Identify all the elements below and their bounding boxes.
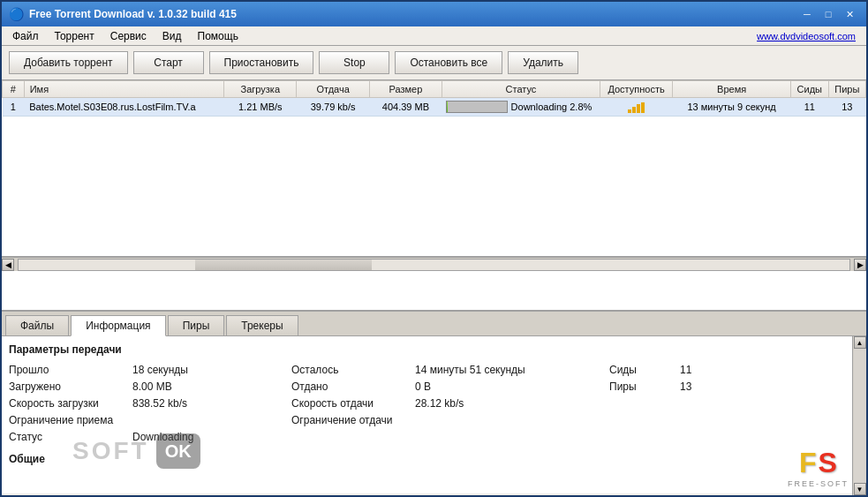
window-controls: ─ □ ✕: [797, 6, 859, 22]
value-downloaded: 8.00 MB: [132, 380, 291, 394]
toolbar: Добавить торрент Старт Приостановить Sto…: [2, 46, 866, 80]
col-seeds: Сиды: [791, 81, 829, 98]
value-empty4: [680, 430, 733, 444]
value-empty3: [415, 430, 609, 444]
row-time: 13 минуты 9 секунд: [673, 98, 791, 117]
menu-help[interactable]: Помощь: [191, 28, 245, 44]
row-download: 1.21 MB/s: [224, 98, 297, 117]
col-availability: Доступность: [600, 81, 672, 98]
col-name: Имя: [24, 81, 223, 98]
delete-button[interactable]: Удалить: [508, 51, 578, 74]
col-status: Статус: [442, 81, 600, 98]
row-seeds: 11: [791, 98, 829, 117]
scroll-track: [18, 259, 850, 271]
value-empty1: [680, 396, 733, 410]
ok-text: OK: [165, 441, 192, 462]
label-empty3: [291, 430, 415, 444]
progress-bar: [446, 101, 508, 113]
tab-files[interactable]: Файлы: [5, 315, 69, 335]
status-text: Downloading 2.8%: [511, 102, 593, 112]
label-ul-limit: Ограничение отдачи: [291, 413, 415, 427]
label-elapsed: Прошло: [9, 363, 132, 377]
info-grid: Прошло 18 секунды Осталось 14 минуты 51 …: [9, 363, 845, 444]
label-downloaded: Загружено: [9, 380, 132, 394]
col-download: Загрузка: [224, 81, 297, 98]
label-empty2: [609, 413, 680, 427]
menu-items: Файл Торрент Сервис Вид Помощь: [5, 28, 245, 44]
table-area: # Имя Загрузка Отдача Размер Статус Дост…: [2, 80, 866, 257]
col-num: #: [3, 81, 25, 98]
progress-fill: [447, 102, 449, 112]
title-text: Free Torrent Download v. 1.0.32 build 41…: [29, 8, 237, 20]
availability-bars: [605, 101, 667, 113]
torrent-table: # Имя Загрузка Отдача Размер Статус Дост…: [2, 80, 866, 117]
scroll-left-button[interactable]: ◀: [2, 259, 14, 271]
menu-bar: Файл Торрент Сервис Вид Помощь www.dvdvi…: [2, 26, 866, 46]
value-ul-limit: [415, 413, 609, 427]
label-seeds: Сиды: [609, 363, 680, 377]
col-size: Размер: [369, 81, 442, 98]
minimize-button[interactable]: ─: [797, 6, 817, 22]
start-button[interactable]: Старт: [133, 51, 204, 74]
value-uploaded: 0 В: [415, 380, 609, 394]
bar-1: [628, 109, 631, 113]
dvd-link[interactable]: www.dvdvideosoft.com: [757, 31, 863, 41]
bottom-inner: Параметры передачи Прошло 18 секунды Ост…: [2, 336, 866, 495]
close-button[interactable]: ✕: [840, 6, 859, 22]
tab-peers[interactable]: Пиры: [168, 315, 225, 335]
menu-file[interactable]: Файл: [5, 28, 46, 44]
bar-2: [632, 107, 636, 113]
ok-badge: OK: [156, 433, 200, 469]
stop-all-button[interactable]: Остановить все: [395, 51, 502, 74]
table-header: # Имя Загрузка Отдача Размер Статус Дост…: [3, 81, 866, 98]
label-remaining: Осталось: [291, 363, 415, 377]
tabs: Файлы Информация Пиры Трекеры: [2, 312, 866, 336]
scroll-down-button[interactable]: ▼: [854, 483, 866, 495]
status-cell: Downloading 2.8%: [446, 101, 597, 113]
scroll-track-vertical: [854, 349, 866, 483]
fs-f-letter: F: [799, 447, 817, 479]
right-scrollbar: ▲ ▼: [852, 336, 866, 495]
horizontal-scrollbar[interactable]: ◀ ▶: [2, 257, 866, 271]
value-remaining: 14 минуты 51 секунды: [415, 363, 609, 377]
title-bar: 🔵 Free Torrent Download v. 1.0.32 build …: [2, 2, 866, 26]
label-uploaded: Отдано: [291, 380, 415, 394]
label-empty1: [609, 396, 680, 410]
info-content: Параметры передачи Прошло 18 секунды Ост…: [2, 336, 852, 495]
col-peers: Пиры: [828, 81, 865, 98]
menu-service[interactable]: Сервис: [103, 28, 154, 44]
row-status: Downloading 2.8%: [442, 98, 600, 117]
watermark: SOFT OK: [72, 433, 200, 469]
bar-4: [641, 102, 645, 113]
tab-info[interactable]: Информация: [71, 315, 165, 336]
col-upload: Отдача: [297, 81, 369, 98]
col-time: Время: [673, 81, 791, 98]
label-peers: Пиры: [609, 380, 680, 394]
stop-button[interactable]: Stop: [319, 51, 389, 74]
info-section-title: Параметры передачи: [9, 343, 845, 356]
scroll-up-button[interactable]: ▲: [854, 336, 866, 349]
maximize-button[interactable]: □: [819, 6, 838, 22]
row-upload: 39.79 kb/s: [297, 98, 369, 117]
bar-3: [637, 104, 640, 113]
row-peers: 13: [828, 98, 865, 117]
label-dl-limit: Ограничение приема: [9, 413, 132, 427]
value-seeds: 11: [680, 363, 733, 377]
value-empty2: [680, 413, 733, 427]
table-section: # Имя Загрузка Отдача Размер Статус Дост…: [2, 80, 866, 310]
value-ul-speed: 28.12 kb/s: [415, 396, 609, 410]
scroll-right-button[interactable]: ▶: [854, 259, 866, 271]
menu-torrent[interactable]: Торрент: [48, 28, 102, 44]
label-ul-speed: Скорость отдачи: [291, 396, 415, 410]
scroll-thumb[interactable]: [195, 260, 372, 270]
fs-subtitle: FREE-SOFT: [788, 479, 849, 488]
pause-button[interactable]: Приостановить: [209, 51, 314, 74]
menu-view[interactable]: Вид: [155, 28, 189, 44]
value-elapsed: 18 секунды: [132, 363, 291, 377]
tab-trackers[interactable]: Трекеры: [226, 315, 298, 335]
table-row[interactable]: 1 Bates.Motel.S03E08.rus.LostFilm.TV.a 1…: [3, 98, 866, 117]
app-window: 🔵 Free Torrent Download v. 1.0.32 build …: [0, 0, 868, 497]
value-peers: 13: [680, 380, 733, 394]
add-torrent-button[interactable]: Добавить торрент: [9, 51, 128, 74]
value-dl-limit: [132, 413, 291, 427]
